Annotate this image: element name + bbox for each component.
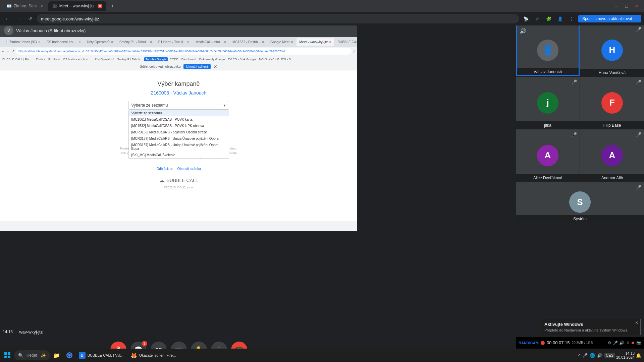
inner-tab-3[interactable]: Účty Operátorů✕ <box>84 38 116 46</box>
taskbar-right: ^ 🎤 🌐 🔊 CES 14:13 10.01.2024 🔔 <box>576 351 644 359</box>
alice-avatar: A <box>537 145 558 166</box>
participant-card-hana: 🎤 H Hana Vanišová <box>580 24 644 76</box>
bandicam-mic-icon[interactable]: 🎤 <box>613 341 618 345</box>
bandicam-pause-icon[interactable]: ⏸ <box>626 341 630 345</box>
search-bar[interactable]: 🔍 Hledat ✨ <box>14 350 50 360</box>
filip-avatar: F <box>601 92 623 114</box>
menu-icon[interactable]: ⋮ <box>567 14 576 23</box>
anamor-mic-icon: 🎤 <box>636 132 641 137</box>
logout-link[interactable]: Odhlásit se <box>156 167 173 171</box>
copilot-icon: ✨ <box>41 353 46 358</box>
meet-favicon: 🎥 <box>52 4 57 8</box>
tab-zimbra-close[interactable]: ✕ <box>40 4 43 8</box>
user-avatar: V <box>4 26 13 35</box>
campaign-dropdown-list: Vyberte ze seznamu [MC1061] MediaCall/CS… <box>128 110 229 159</box>
taskbar-app-bubble[interactable]: B BUBBLE CALL | Vyb... <box>76 349 127 361</box>
forward-button[interactable]: → <box>14 14 23 23</box>
jitka-name: jitka <box>544 123 551 128</box>
bandicam-camera-icon[interactable]: 📷 <box>636 341 641 345</box>
refresh-link[interactable]: Obnovit stránku <box>177 167 201 171</box>
bandicam-vol-icon[interactable]: 🔊 <box>619 341 624 345</box>
profile-icon[interactable]: 👤 <box>555 14 565 23</box>
stop-share-button[interactable]: Ukončit sdílení <box>183 64 211 69</box>
update-button[interactable]: Spustit znovu a aktualizovat → <box>578 15 641 22</box>
zimbra-favicon: 📧 <box>7 4 12 8</box>
taskbar-app-firefox[interactable]: 🦊 Ukazatel sdílení Fire... <box>128 349 178 361</box>
tray-mic-icon[interactable]: 🎤 <box>582 353 588 358</box>
activate-title: Aktivujte Windows <box>544 322 636 327</box>
svg-rect-0 <box>4 352 7 355</box>
tab-meet-close[interactable]: ✕ <box>98 4 102 8</box>
restore-button[interactable]: □ <box>622 1 631 11</box>
inner-tab-9[interactable]: BUBBLE CALL | P...✕ <box>335 38 357 46</box>
tab-zimbra-label: Zimbra: Sent <box>14 4 37 8</box>
tray-network-icon[interactable]: 🌐 <box>590 353 595 358</box>
tray-arrow-icon[interactable]: ^ <box>578 353 580 358</box>
inner-bookmark[interactable]: ☆ <box>353 50 356 53</box>
tab-meet[interactable]: 🎥 Meet – wav-wkyj-jtz ✕ <box>48 1 107 11</box>
activate-text: Přejděte do Nastavení a aktivujte systém… <box>544 328 636 332</box>
svg-rect-2 <box>4 356 7 358</box>
dropdown-item-2[interactable]: [MC1532] MediaCall/CSAS - POVK k PK obno… <box>129 123 229 129</box>
tab-zimbra[interactable]: 📧 Zimbra: Sent ✕ <box>3 1 47 11</box>
dropdown-item-6[interactable]: [SKI_MC] MediaCall/Školenie <box>129 152 229 158</box>
inner-tab-2[interactable]: ČS hodnocení hou...✕ <box>44 38 84 46</box>
dropdown-item-3[interactable]: [MCR3133] MediaCall/RB - pojištění Osobn… <box>129 129 229 135</box>
inner-address-text: http://call.bubble.eu/system/campaign/se… <box>18 50 285 53</box>
tray-volume-icon[interactable]: 🔊 <box>597 353 602 358</box>
campaign-dropdown-input[interactable] <box>128 101 229 110</box>
reload-button[interactable]: ↺ <box>25 14 35 23</box>
activate-close-icon[interactable]: ✕ <box>635 320 638 325</box>
inner-tab-4[interactable]: Směny P1 - Tabul...✕ <box>117 38 155 46</box>
inner-tab-5[interactable]: P1 Hodn - Tabuli...✕ <box>156 38 192 46</box>
taskbar: 🔍 Hledat ✨ 📁 B BUBBLE CALL | Vyb... 🦊 Uk… <box>0 349 644 362</box>
system-avatar: S <box>569 191 591 213</box>
inner-forward[interactable]: → <box>6 49 10 53</box>
clock-time: 14:13 <box>616 351 635 355</box>
inner-back[interactable]: ← <box>1 49 5 53</box>
participants-panel: 🔊 👤 Václav Janouch 🎤 H Hana Vanišová 🎤 j… <box>516 24 644 232</box>
extensions-icon[interactable]: 🧩 <box>544 14 553 23</box>
screen-share-content: 📧Zimbra: Inbox (97)✕ ČS hodnocení hou...… <box>0 37 357 231</box>
inner-tab-6[interactable]: MediaCall - Infor...✕ <box>193 38 229 46</box>
bookmark-icon[interactable]: ☆ <box>533 14 542 23</box>
jitka-avatar: j <box>537 92 558 114</box>
inner-address-bar[interactable]: http://call.bubble.eu/system/campaign/se… <box>16 48 352 55</box>
inner-tab-bubble[interactable]: Meet - wav-wkyj-jtz✕ <box>297 38 334 46</box>
bandicam-settings-icon[interactable]: ⚙ <box>608 341 611 345</box>
dropdown-item-0[interactable]: Vyberte ze seznamu <box>129 110 229 116</box>
bandicam-size: 20.8MB / 1GB <box>572 341 593 345</box>
bandicam-stop-icon[interactable]: ⏹ <box>631 341 635 345</box>
share-close[interactable]: ✕ <box>213 64 217 69</box>
new-tab-button[interactable]: + <box>108 1 117 11</box>
address-bar[interactable]: meet.google.com/wav-wkyj-jtz <box>37 14 519 23</box>
rec-dot <box>541 341 545 345</box>
chrome-icon[interactable] <box>63 349 75 361</box>
action-links: Odhlásit se Obnovit stránku <box>156 167 201 171</box>
speaker-icon: 🔊 <box>520 28 526 34</box>
bubble-call-logo: ☁ BUBBLE CALL <box>159 177 198 184</box>
inner-toolbar: BUBBLE CALL | Přih... Zimbra P1 Hodn ČS … <box>0 56 357 63</box>
start-button[interactable] <box>1 349 13 361</box>
cast-icon[interactable]: 📡 <box>521 14 531 23</box>
system-name: Systém <box>573 217 587 221</box>
inner-reload[interactable]: ↺ <box>11 49 14 54</box>
minimize-button[interactable]: ─ <box>612 1 621 11</box>
share-bar: Sdílet celou vaši obrazovku Ukončit sdíl… <box>0 63 357 70</box>
inner-tab-8[interactable]: Google Meet✕ <box>268 38 296 46</box>
notification-icon[interactable]: 🔔 <box>636 353 641 358</box>
vaclav-name: Václav Janouch <box>534 69 562 74</box>
hana-name: Hana Vanišová <box>599 70 626 75</box>
participant-card-jitka: 🎤 j jitka <box>516 77 580 129</box>
inner-tab-1[interactable]: 📧Zimbra: Inbox (97)✕ <box>1 38 43 46</box>
back-button[interactable]: ← <box>3 14 12 23</box>
language-indicator[interactable]: CES <box>604 353 615 358</box>
search-icon: 🔍 <box>18 353 23 358</box>
file-explorer-icon[interactable]: 📁 <box>51 349 63 361</box>
close-button[interactable]: ✕ <box>632 1 641 11</box>
inner-tab-7[interactable]: MC1532 - Dashb...✕ <box>230 38 267 46</box>
dropdown-item-4[interactable]: [MCR3137] MediaCall/RB - Uniqa Úrazové p… <box>129 135 229 142</box>
activate-windows-overlay: ✕ Aktivujte Windows Přejděte do Nastaven… <box>540 319 641 335</box>
dropdown-item-5[interactable]: [MCR3157] MediaCall/RB - Uniqa Úrazové p… <box>129 142 229 152</box>
dropdown-item-1[interactable]: [MC1061] MediaCall/CSAS - POVK karta <box>129 116 229 123</box>
